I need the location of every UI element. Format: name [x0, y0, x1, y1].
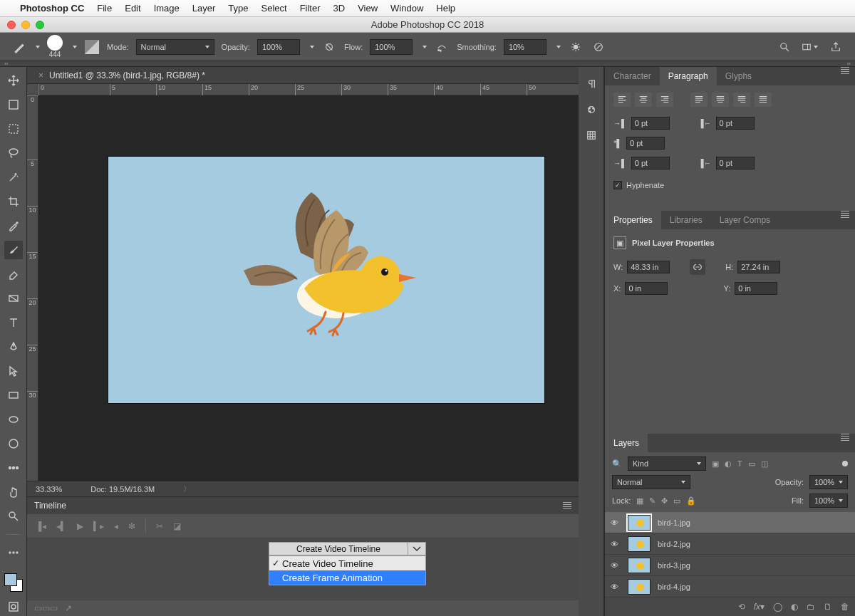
- brush-tool[interactable]: [4, 241, 23, 259]
- align-right-icon[interactable]: [656, 93, 673, 107]
- panel-menu-icon[interactable]: [835, 211, 855, 229]
- filter-shape-icon[interactable]: ▭: [748, 459, 755, 469]
- move-tool[interactable]: [4, 71, 23, 90]
- paragraph-dock-icon[interactable]: [584, 77, 598, 91]
- filter-smart-icon[interactable]: ◫: [761, 459, 768, 469]
- space-before-input[interactable]: [631, 157, 670, 169]
- tab-libraries[interactable]: Libraries: [661, 211, 711, 229]
- add-adjustment-icon[interactable]: ◐: [791, 602, 798, 612]
- menu-item-frame-animation[interactable]: Create Frame Animation: [269, 570, 425, 585]
- menu-window[interactable]: Window: [390, 3, 423, 14]
- search-icon[interactable]: [777, 39, 792, 55]
- filter-type-icon[interactable]: T: [737, 459, 742, 469]
- filter-adjust-icon[interactable]: ◐: [725, 459, 732, 469]
- layer-name[interactable]: bird-3.jpg: [658, 561, 690, 570]
- justify-all-icon[interactable]: [755, 93, 772, 107]
- visibility-icon[interactable]: 👁: [611, 583, 621, 591]
- swatches-dock-icon[interactable]: [584, 103, 598, 117]
- menu-file[interactable]: File: [97, 3, 112, 14]
- hand-tool[interactable]: [4, 483, 23, 501]
- pressure-opacity-icon[interactable]: [321, 39, 337, 55]
- width-input[interactable]: [627, 261, 670, 273]
- transition-icon[interactable]: ◪: [173, 521, 181, 531]
- lock-artboard-icon[interactable]: ▭: [673, 496, 680, 506]
- visibility-icon[interactable]: 👁: [611, 518, 621, 527]
- justify-center-icon[interactable]: [712, 93, 729, 107]
- ellipse-tool-2[interactable]: [4, 434, 23, 453]
- link-layers-icon[interactable]: ⟲: [738, 602, 745, 612]
- menu-view[interactable]: View: [358, 3, 378, 14]
- create-timeline-chevron[interactable]: [408, 542, 426, 555]
- tab-character[interactable]: Character: [605, 67, 660, 85]
- rectangle-tool[interactable]: [4, 386, 23, 404]
- panel-menu-icon[interactable]: [835, 67, 855, 85]
- chevron-down-icon[interactable]: [423, 46, 427, 48]
- filter-pixel-icon[interactable]: ▣: [712, 459, 719, 469]
- menu-select[interactable]: Select: [261, 3, 286, 14]
- align-center-icon[interactable]: [635, 93, 652, 107]
- chevron-down-icon[interactable]: [36, 46, 40, 48]
- layer-opacity-input[interactable]: 100%: [809, 475, 848, 489]
- space-after-input[interactable]: [716, 157, 755, 169]
- zoom-tool[interactable]: [4, 507, 23, 526]
- audio-mute-icon[interactable]: ◂: [114, 521, 118, 531]
- canvas-area[interactable]: 0 5 10 15 20 25 30 35 40 45 50 0 5 10 15…: [27, 84, 579, 481]
- menu-item-video-timeline[interactable]: Create Video Timeline: [269, 556, 425, 570]
- align-left-icon[interactable]: [613, 93, 631, 107]
- edit-toolbar-icon[interactable]: [4, 543, 23, 562]
- x-input[interactable]: [625, 282, 668, 295]
- layer-row[interactable]: 👁 bird-2.jpg: [605, 533, 855, 555]
- filter-toggle-icon[interactable]: [842, 461, 848, 466]
- layer-row[interactable]: 👁 bird-4.jpg: [605, 576, 855, 597]
- lock-all-icon[interactable]: 🔒: [686, 496, 696, 506]
- airbrush-icon[interactable]: [434, 39, 450, 55]
- grid-dock-icon[interactable]: [584, 128, 598, 142]
- next-frame-icon[interactable]: ▍▸: [93, 521, 104, 531]
- lock-transparent-icon[interactable]: ▦: [636, 496, 643, 506]
- close-tab-icon[interactable]: ×: [38, 71, 43, 80]
- lock-paint-icon[interactable]: ✎: [649, 496, 656, 506]
- smoothing-options-icon[interactable]: [568, 39, 584, 55]
- tab-glyphs[interactable]: Glyphs: [717, 67, 760, 85]
- minimize-window-button[interactable]: [21, 21, 30, 29]
- tab-paragraph[interactable]: Paragraph: [660, 67, 717, 85]
- smoothing-input[interactable]: 10%: [504, 39, 546, 55]
- tab-properties[interactable]: Properties: [605, 211, 661, 229]
- menu-layer[interactable]: Layer: [192, 3, 216, 14]
- create-timeline-button[interactable]: Create Video Timeline: [269, 542, 408, 555]
- color-swatches[interactable]: [4, 573, 23, 592]
- new-group-icon[interactable]: 🗀: [807, 602, 815, 612]
- prev-frame-icon[interactable]: ◂▍: [56, 521, 67, 531]
- indent-left-input[interactable]: [631, 117, 670, 130]
- height-input[interactable]: [737, 261, 780, 273]
- split-clip-icon[interactable]: ✂: [156, 521, 163, 531]
- menu-help[interactable]: Help: [436, 3, 455, 14]
- panel-menu-icon[interactable]: [835, 434, 855, 452]
- eraser-tool[interactable]: [4, 265, 23, 283]
- marquee-tool[interactable]: [4, 120, 23, 138]
- layer-name[interactable]: bird-4.jpg: [658, 583, 690, 591]
- first-frame-icon[interactable]: ▐◂: [36, 521, 46, 531]
- type-tool[interactable]: [4, 313, 23, 332]
- menu-filter[interactable]: Filter: [300, 3, 321, 14]
- justify-right-icon[interactable]: [733, 93, 750, 107]
- maximize-window-button[interactable]: [36, 21, 44, 29]
- layer-row[interactable]: 👁 bird-3.jpg: [605, 555, 855, 576]
- crop-tool[interactable]: [4, 192, 23, 211]
- timeline-settings-icon[interactable]: ✻: [128, 521, 135, 531]
- delete-layer-icon[interactable]: 🗑: [841, 602, 849, 612]
- collapse-bar[interactable]: ››‹‹: [0, 61, 855, 67]
- doc-size[interactable]: Doc: 19.5M/16.3M: [90, 485, 155, 494]
- hyphenate-checkbox[interactable]: ✓: [613, 181, 622, 189]
- first-line-input[interactable]: [626, 137, 665, 150]
- layer-name[interactable]: bird-2.jpg: [658, 540, 690, 548]
- play-icon[interactable]: ▶: [77, 521, 83, 531]
- zoom-level[interactable]: 33.33%: [36, 485, 62, 494]
- menu-type[interactable]: Type: [228, 3, 248, 14]
- menu-edit[interactable]: Edit: [125, 3, 140, 14]
- y-input[interactable]: [735, 282, 777, 295]
- eyedropper-tool[interactable]: [4, 216, 23, 235]
- brush-panel-icon[interactable]: [84, 39, 100, 55]
- chevron-down-icon[interactable]: [73, 46, 77, 48]
- timeline-foot-icon[interactable]: ▭▭▭: [34, 603, 58, 613]
